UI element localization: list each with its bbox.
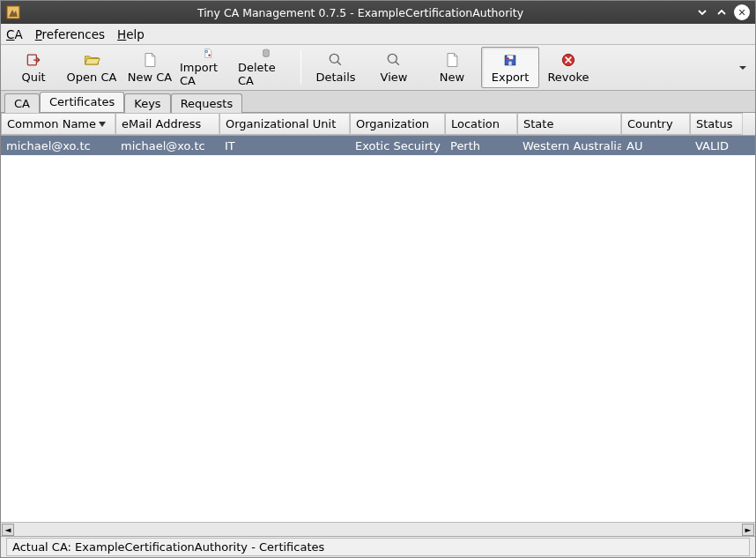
revoke-button[interactable]: Revoke [539, 47, 597, 88]
details-button[interactable]: Details [307, 47, 365, 88]
details-label: Details [315, 71, 355, 84]
new-ca-label: New CA [128, 71, 172, 84]
cell-org: Exotic Secuirty [350, 138, 445, 154]
tabbar: CA Certificates Keys Requests [1, 91, 755, 112]
titlebar: Tiny CA Management 0.7.5 - ExampleCertif… [1, 1, 755, 24]
col-location[interactable]: Location [445, 113, 517, 135]
col-country[interactable]: Country [621, 113, 690, 135]
cell-status: VALID [690, 138, 743, 154]
window-title: Tiny CA Management 0.7.5 - ExampleCertif… [26, 6, 695, 19]
statusbar: Actual CA: ExampleCertificationAuthority… [1, 536, 755, 557]
scroll-right-icon[interactable]: ► [742, 524, 754, 536]
toolbar-separator [300, 50, 301, 85]
view-label: View [381, 71, 408, 84]
new-button[interactable]: New [423, 47, 481, 88]
scroll-left-icon[interactable]: ◄ [2, 524, 14, 536]
table-body: michael@xo.tc michael@xo.tc IT Exotic Se… [1, 136, 755, 522]
svg-point-3 [208, 54, 210, 56]
close-button[interactable]: ✕ [734, 4, 750, 20]
col-common-name[interactable]: Common Name [1, 113, 115, 135]
certificate-table: Common Name eMail Address Organizational… [1, 112, 755, 522]
svg-point-10 [507, 57, 509, 60]
table-header: Common Name eMail Address Organizational… [1, 113, 755, 136]
table-row[interactable]: michael@xo.tc michael@xo.tc IT Exotic Se… [1, 136, 755, 155]
delete-ca-label: Delete CA [238, 61, 294, 87]
svg-rect-9 [508, 62, 511, 65]
open-ca-label: Open CA [67, 71, 117, 84]
tab-certificates[interactable]: Certificates [40, 92, 124, 112]
delete-ca-button[interactable]: Delete CA [237, 47, 295, 88]
minimize-button[interactable] [695, 5, 709, 19]
export-button[interactable]: Export [481, 47, 539, 88]
menu-preferences[interactable]: Preferences [35, 27, 105, 41]
quit-label: Quit [21, 71, 45, 84]
quit-button[interactable]: Quit [4, 47, 63, 88]
new-label: New [440, 71, 464, 84]
toolbar: Quit Open CA New CA Import CA Delete CA … [1, 45, 755, 91]
tab-requests[interactable]: Requests [171, 93, 243, 113]
tab-keys[interactable]: Keys [124, 93, 170, 113]
status-text: Actual CA: ExampleCertificationAuthority… [6, 538, 750, 556]
cell-common-name: michael@xo.tc [1, 138, 115, 154]
import-ca-label: Import CA [180, 61, 236, 87]
maximize-button[interactable] [715, 5, 729, 19]
app-icon [6, 5, 20, 19]
cell-country: AU [621, 138, 690, 154]
col-org[interactable]: Organization [350, 113, 445, 135]
col-state[interactable]: State [517, 113, 621, 135]
open-ca-button[interactable]: Open CA [63, 47, 121, 88]
menu-help[interactable]: Help [117, 27, 145, 41]
col-common-name-label: Common Name [7, 117, 96, 130]
col-ou[interactable]: Organizational Unit [219, 113, 350, 135]
cell-ou: IT [219, 138, 350, 154]
cell-location: Perth [445, 138, 517, 154]
export-label: Export [492, 71, 530, 84]
toolbar-overflow-button[interactable] [734, 47, 752, 88]
tab-ca[interactable]: CA [4, 93, 40, 113]
import-ca-button[interactable]: Import CA [179, 47, 237, 88]
col-email[interactable]: eMail Address [115, 113, 219, 135]
revoke-label: Revoke [547, 71, 589, 84]
col-status[interactable]: Status [690, 113, 743, 135]
new-ca-button[interactable]: New CA [121, 47, 179, 88]
sort-desc-icon [99, 122, 106, 127]
cell-email: michael@xo.tc [115, 138, 219, 154]
menu-ca[interactable]: CA [6, 27, 23, 41]
cell-state: Western Australia [517, 138, 621, 154]
menubar: CA Preferences Help [1, 24, 755, 45]
horizontal-scrollbar[interactable]: ◄ ► [1, 522, 755, 536]
view-button[interactable]: View [365, 47, 423, 88]
